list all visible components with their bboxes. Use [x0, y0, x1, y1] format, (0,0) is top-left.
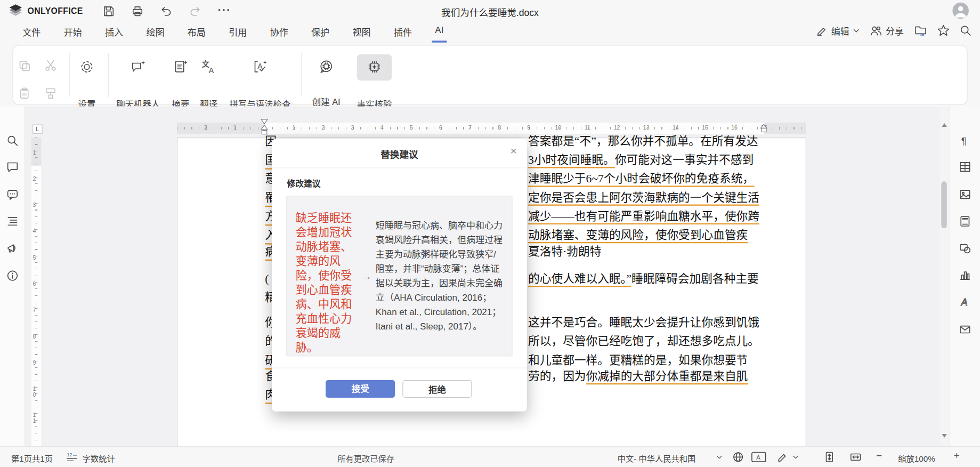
doc-text-line[interactable]: 夏洛特·勃朗特	[528, 244, 601, 259]
doc-text-line[interactable]: 3小时夜间睡眠。你可能对这一事实并不感到	[528, 152, 754, 167]
onlyoffice-logo-icon	[9, 4, 22, 18]
doc-text-line[interactable]: 减少——也有可能严重影响血糖水平，使你跨	[528, 209, 759, 224]
image-settings-icon[interactable]	[959, 188, 971, 200]
zoom-label[interactable]: 缩放100%	[898, 452, 935, 464]
tab-protection[interactable]: 保护	[311, 25, 329, 38]
right-indent-marker[interactable]	[760, 124, 767, 133]
doc-text-line[interactable]: 定你是否会患上阿尔茨海默病的一个关键生活	[528, 190, 759, 205]
shape-settings-icon[interactable]	[959, 242, 971, 254]
feedback-icon[interactable]	[6, 243, 19, 255]
cut-icon[interactable]	[44, 59, 56, 71]
dialog-title: 替换建议	[272, 147, 527, 160]
paragraph-settings-icon[interactable]: ¶	[959, 134, 971, 147]
word-count-label[interactable]: 字数统计	[83, 452, 115, 464]
find-icon[interactable]	[6, 134, 19, 147]
tab-view[interactable]: 视图	[352, 25, 370, 38]
share-button[interactable]: 分享	[870, 24, 904, 37]
tab-ai[interactable]: AI	[435, 25, 443, 38]
tab-draw[interactable]: 绘图	[146, 25, 164, 38]
redo-button[interactable]	[189, 5, 201, 17]
doc-text-fragment[interactable]: (	[265, 271, 269, 286]
arrow-right-icon: →	[358, 271, 376, 281]
tab-insert[interactable]: 插入	[105, 25, 123, 38]
ai-spellcheck-button[interactable]: A 拼写与语法检查	[225, 59, 294, 75]
zoom-in-button[interactable]: +	[954, 450, 960, 461]
fit-width-icon[interactable]	[850, 452, 861, 463]
people-icon	[870, 25, 882, 36]
ai-ribbon: 设置 聊天机器人 摘要 文A 翻译 A 拼写与语法检查	[12, 45, 967, 105]
scroll-down-arrow[interactable]	[942, 434, 946, 438]
tab-references[interactable]: 引用	[229, 25, 247, 38]
user-avatar[interactable]	[952, 3, 968, 19]
scroll-thumb[interactable]	[941, 181, 947, 228]
ai-chatbot-button[interactable]: 聊天机器人	[110, 59, 166, 75]
folder-arrow-icon	[914, 25, 927, 36]
doc-text-line[interactable]: 劳的，因为你减掉的大部分体重都是来自肌	[528, 369, 748, 384]
language-selector[interactable]: 中文- 中华人民共和国	[618, 452, 696, 464]
page-indicator[interactable]: 第1页共1页	[11, 452, 53, 464]
print-button[interactable]	[131, 5, 143, 17]
document-title: 我们为什么要睡觉.docx	[441, 6, 539, 19]
zoom-out-button[interactable]: −	[876, 450, 882, 461]
copy-icon[interactable]	[18, 59, 30, 71]
status-bar: 第1页共1页 12 字数统计 所有更改已保存 中文- 中华人民共和国 A − 缩…	[0, 446, 980, 467]
chat-icon[interactable]	[6, 188, 19, 200]
suggested-text: 短睡眠与冠心病、脑卒中和心力衰竭风险升高相关，但病理过程主要为动脉粥样硬化导致狭…	[376, 219, 505, 334]
menu-right-actions: 编辑 分享	[816, 24, 971, 37]
doc-text-line[interactable]: 这并不是巧合。睡眠太少会提升让你感到饥饿	[528, 315, 759, 330]
scroll-up-arrow[interactable]	[942, 123, 946, 127]
tab-layout[interactable]: 布局	[188, 25, 206, 38]
favorite-button[interactable]	[937, 25, 949, 36]
mail-merge-settings-icon[interactable]	[959, 323, 971, 335]
chevron-down-icon[interactable]	[716, 455, 723, 459]
tab-collaboration[interactable]: 协作	[270, 25, 288, 38]
doc-text-line[interactable]: 所以，尽管你已经吃饱了，却还想多吃点儿。	[528, 334, 759, 349]
horizontal-ruler[interactable]: 2 1 1 2 3 4 5 6 7 8 9 10 11 12 13 14 15 …	[177, 123, 806, 134]
tab-file[interactable]: 文件	[22, 25, 41, 38]
vertical-ruler[interactable]: 1 2 3 4 5 6 7 8 9 10 11	[31, 138, 42, 446]
translate-icon: 文A	[200, 59, 216, 75]
doc-text-line[interactable]: 津睡眠少于6~7个小时会破坏你的免疫系统，	[528, 171, 754, 186]
ai-translate-button[interactable]: 文A 翻译	[190, 59, 228, 75]
tab-plugins[interactable]: 插件	[394, 25, 412, 38]
paste-icon[interactable]	[18, 87, 30, 99]
navigation-headings-icon[interactable]	[6, 215, 19, 227]
search-button[interactable]	[960, 25, 971, 36]
tab-stop-selector[interactable]: L	[33, 124, 43, 134]
document-language-icon[interactable]	[733, 452, 744, 463]
ai-settings-button[interactable]: 设置	[68, 59, 106, 75]
doc-text-line[interactable]: 答案都是“不”，那么你并不孤单。在所有发达	[528, 134, 758, 149]
open-file-location-button[interactable]	[914, 25, 927, 36]
chart-settings-icon[interactable]	[959, 269, 971, 281]
header-footer-settings-icon[interactable]	[959, 215, 971, 227]
comments-icon[interactable]	[6, 160, 19, 173]
doc-text-line[interactable]: 和儿童都一样。更糟糕的是，如果你想要节	[528, 352, 748, 367]
more-actions-button[interactable]	[217, 7, 230, 20]
edit-mode-button[interactable]: 编辑	[816, 24, 860, 37]
fact-check-button[interactable]: 事实核验	[355, 59, 393, 75]
tab-home[interactable]: 开始	[64, 25, 82, 38]
track-changes-icon[interactable]	[777, 452, 788, 463]
save-button[interactable]	[102, 5, 115, 17]
original-text: 缺乏睡眠还会增加冠状动脉堵塞、变薄的风险，使你受到心血管疾病、中风和充血性心力衰…	[296, 196, 358, 356]
left-indent-marker[interactable]	[260, 119, 269, 135]
doc-text-line[interactable]: 的心使人难以入眠。”睡眠障碍会加剧各种主要	[528, 271, 759, 286]
create-ai-assistant-button[interactable]: 创建 AI 助手	[301, 59, 351, 75]
reject-button[interactable]: 拒绝	[402, 380, 472, 398]
doc-text-line[interactable]: 动脉堵塞、变薄的风险，使你受到心血管疾	[528, 228, 748, 243]
undo-button[interactable]	[160, 5, 172, 17]
close-icon[interactable]: ×	[511, 144, 517, 157]
vertical-scrollbar[interactable]	[940, 106, 948, 446]
ai-assistant-icon	[318, 59, 334, 75]
word-count-icon[interactable]: 12	[66, 452, 77, 463]
text-art-settings-icon[interactable]: A	[959, 296, 971, 308]
chevron-down-icon[interactable]	[792, 455, 799, 459]
about-info-icon[interactable]	[6, 269, 19, 281]
fit-page-icon[interactable]	[824, 452, 835, 463]
svg-text:A: A	[209, 66, 214, 75]
copy-style-icon[interactable]	[44, 87, 56, 99]
accept-button[interactable]: 接受	[326, 380, 395, 398]
summary-doc-icon	[173, 59, 189, 75]
table-settings-icon[interactable]	[959, 160, 971, 173]
spellcheck-toggle-icon[interactable]: A	[751, 452, 766, 463]
